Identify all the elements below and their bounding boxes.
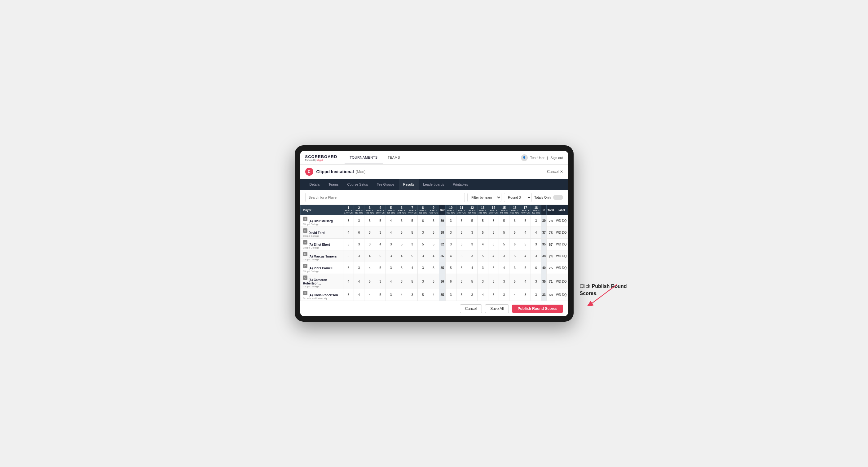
- tab-results[interactable]: Results: [399, 179, 419, 190]
- hole-10-score[interactable]: 5: [445, 262, 456, 274]
- hole-8-score[interactable]: 6: [418, 215, 428, 227]
- hole-11-score[interactable]: 3: [456, 274, 467, 289]
- hole-15-score[interactable]: 5: [499, 227, 509, 239]
- hole-18-score[interactable]: 3: [531, 239, 541, 250]
- hole-17-score[interactable]: 3: [520, 289, 530, 301]
- hole-15-score[interactable]: 5: [499, 239, 509, 250]
- dq-label[interactable]: DQ: [562, 219, 567, 222]
- tab-details[interactable]: Details: [305, 179, 324, 190]
- hole-6-score[interactable]: 3: [396, 274, 407, 289]
- search-input[interactable]: [305, 193, 465, 202]
- hole-18-score[interactable]: 4: [531, 227, 541, 239]
- hole-16-score[interactable]: 5: [509, 274, 520, 289]
- hole-10-score[interactable]: 6: [445, 274, 456, 289]
- wd-label[interactable]: WD: [556, 243, 561, 246]
- hole-6-score[interactable]: 5: [396, 262, 407, 274]
- tab-printables[interactable]: Printables: [448, 179, 472, 190]
- cancel-tournament-button[interactable]: Cancel ✕: [547, 169, 563, 174]
- wd-label[interactable]: WD: [556, 266, 561, 270]
- hole-13-score[interactable]: 5: [477, 227, 488, 239]
- wd-label[interactable]: WD: [556, 219, 561, 222]
- dq-label[interactable]: DQ: [562, 280, 567, 283]
- hole-14-score[interactable]: 5: [488, 289, 499, 301]
- dq-label[interactable]: DQ: [562, 243, 567, 246]
- hole-3-score[interactable]: 5: [365, 274, 375, 289]
- hole-17-score[interactable]: 5: [520, 239, 530, 250]
- hole-17-score[interactable]: 5: [520, 262, 530, 274]
- hole-17-score[interactable]: 4: [520, 250, 530, 262]
- hole-1-score[interactable]: 3: [343, 289, 353, 301]
- hole-11-score[interactable]: 5: [456, 250, 467, 262]
- hole-1-score[interactable]: 5: [343, 250, 353, 262]
- hole-18-score[interactable]: 6: [531, 262, 541, 274]
- hole-5-score[interactable]: 3: [385, 250, 396, 262]
- hole-1-score[interactable]: 3: [343, 262, 353, 274]
- hole-2-score[interactable]: 6: [353, 227, 364, 239]
- sign-out-link[interactable]: Sign out: [550, 156, 563, 160]
- hole-12-score[interactable]: 5: [467, 274, 477, 289]
- hole-2-score[interactable]: 4: [353, 289, 364, 301]
- hole-6-score[interactable]: 4: [396, 289, 407, 301]
- hole-4-score[interactable]: 5: [375, 215, 385, 227]
- hole-9-score[interactable]: 3: [428, 215, 439, 227]
- hole-14-score[interactable]: 3: [488, 274, 499, 289]
- hole-3-score[interactable]: 3: [365, 227, 375, 239]
- hole-4-score[interactable]: 3: [375, 227, 385, 239]
- hole-18-score[interactable]: 3: [531, 215, 541, 227]
- hole-7-score[interactable]: 3: [407, 239, 417, 250]
- hole-4-score[interactable]: 4: [375, 239, 385, 250]
- hole-2-score[interactable]: 3: [353, 262, 364, 274]
- hole-16-score[interactable]: 6: [509, 215, 520, 227]
- hole-6-score[interactable]: 3: [396, 215, 407, 227]
- hole-10-score[interactable]: 3: [445, 227, 456, 239]
- hole-11-score[interactable]: 5: [456, 262, 467, 274]
- hole-4-score[interactable]: 3: [375, 274, 385, 289]
- hole-10-score[interactable]: 3: [445, 239, 456, 250]
- hole-8-score[interactable]: 3: [418, 250, 428, 262]
- hole-5-score[interactable]: 3: [385, 262, 396, 274]
- hole-6-score[interactable]: 4: [396, 250, 407, 262]
- hole-9-score[interactable]: 4: [428, 289, 439, 301]
- hole-14-score[interactable]: 3: [488, 239, 499, 250]
- hole-14-score[interactable]: 3: [488, 215, 499, 227]
- hole-18-score[interactable]: 3: [531, 274, 541, 289]
- hole-5-score[interactable]: 4: [385, 227, 396, 239]
- hole-14-score[interactable]: 4: [488, 250, 499, 262]
- round-select[interactable]: Round 3: [504, 193, 532, 202]
- hole-16-score[interactable]: 6: [509, 239, 520, 250]
- hole-2-score[interactable]: 4: [353, 274, 364, 289]
- hole-10-score[interactable]: 3: [445, 289, 456, 301]
- wd-label[interactable]: WD: [556, 293, 561, 297]
- wd-label[interactable]: WD: [556, 280, 561, 283]
- hole-12-score[interactable]: 3: [467, 227, 477, 239]
- hole-7-score[interactable]: 5: [407, 215, 417, 227]
- hole-7-score[interactable]: 3: [407, 289, 417, 301]
- tab-teams[interactable]: Teams: [324, 179, 343, 190]
- hole-18-score[interactable]: 3: [531, 289, 541, 301]
- hole-13-score[interactable]: 3: [477, 262, 488, 274]
- hole-11-score[interactable]: 5: [456, 239, 467, 250]
- hole-5-score[interactable]: 4: [385, 215, 396, 227]
- hole-8-score[interactable]: 5: [418, 289, 428, 301]
- hole-13-score[interactable]: 5: [477, 215, 488, 227]
- dq-label[interactable]: DQ: [562, 293, 567, 297]
- hole-11-score[interactable]: 5: [456, 289, 467, 301]
- hole-4-score[interactable]: 5: [375, 289, 385, 301]
- hole-7-score[interactable]: 4: [407, 262, 417, 274]
- hole-8-score[interactable]: 5: [418, 239, 428, 250]
- hole-5-score[interactable]: 3: [385, 239, 396, 250]
- hole-3-score[interactable]: 5: [365, 215, 375, 227]
- hole-7-score[interactable]: 5: [407, 274, 417, 289]
- hole-16-score[interactable]: 5: [509, 250, 520, 262]
- hole-3-score[interactable]: 3: [365, 239, 375, 250]
- hole-3-score[interactable]: 4: [365, 250, 375, 262]
- hole-7-score[interactable]: 5: [407, 250, 417, 262]
- hole-14-score[interactable]: 5: [488, 262, 499, 274]
- dq-label[interactable]: DQ: [562, 254, 567, 258]
- nav-tournaments[interactable]: TOURNAMENTS: [345, 151, 382, 164]
- hole-4-score[interactable]: 5: [375, 250, 385, 262]
- hole-2-score[interactable]: 3: [353, 250, 364, 262]
- hole-15-score[interactable]: 3: [499, 274, 509, 289]
- tab-tee-groups[interactable]: Tee Groups: [372, 179, 399, 190]
- wd-label[interactable]: WD: [556, 231, 561, 234]
